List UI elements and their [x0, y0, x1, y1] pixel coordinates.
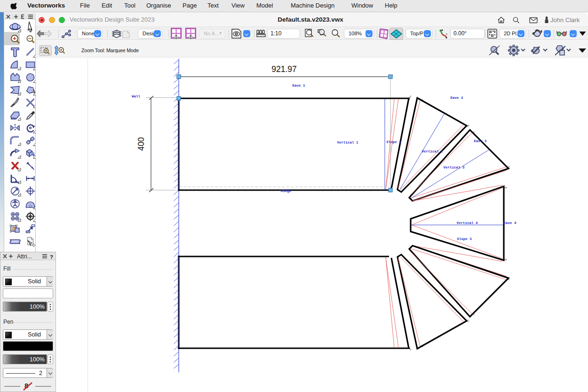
- svg-text:Eave 3: Eave 3: [474, 139, 487, 143]
- svg-text:Eave 4: Eave 4: [503, 221, 516, 225]
- svg-text:Vertical 1: Vertical 1: [337, 141, 358, 144]
- svg-text:?: ?: [50, 254, 53, 260]
- svg-text:x: x: [446, 32, 447, 35]
- svg-text:921.97: 921.97: [271, 64, 297, 74]
- svg-text:Vertical 4: Vertical 4: [456, 221, 478, 225]
- svg-text:z: z: [439, 29, 441, 32]
- svg-text:John Clark: John Clark: [550, 16, 580, 23]
- svg-text:Attri...: Attri...: [17, 254, 32, 259]
- svg-text:Ridge: Ridge: [281, 189, 292, 193]
- svg-text:Slope 3: Slope 3: [457, 237, 472, 241]
- svg-text:Vertical 2: Vertical 2: [421, 150, 443, 153]
- svg-text:Eave 1: Eave 1: [292, 84, 305, 88]
- svg-text:Vertical 3: Vertical 3: [443, 166, 465, 169]
- svg-text:3: 3: [504, 186, 508, 189]
- svg-text:Wall: Wall: [132, 95, 141, 98]
- svg-text:400: 400: [136, 137, 146, 151]
- svg-text:2: 2: [466, 124, 470, 128]
- svg-text:Slope 2: Slope 2: [386, 140, 401, 144]
- svg-text:Eave 2: Eave 2: [450, 96, 463, 100]
